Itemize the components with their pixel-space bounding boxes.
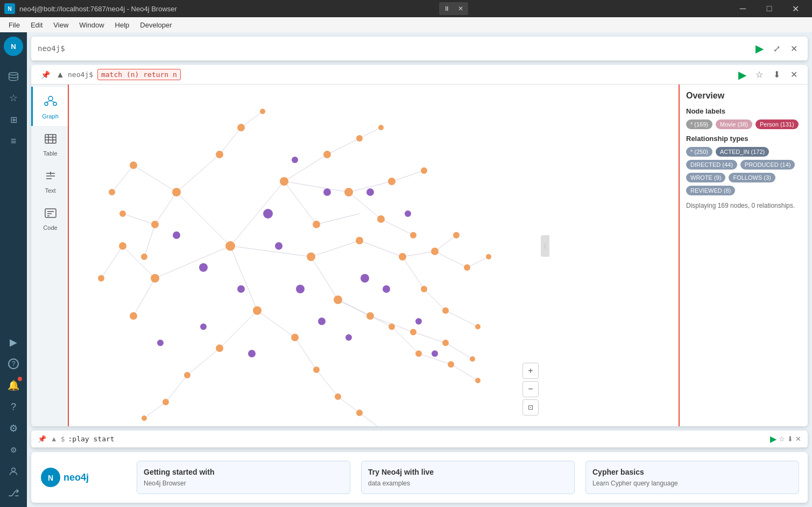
graph-node[interactable]: [361, 274, 369, 283]
graph-node[interactable]: [141, 254, 147, 260]
graph-node[interactable]: [431, 248, 439, 255]
graph-node[interactable]: [356, 410, 363, 416]
graph-node[interactable]: [275, 242, 283, 250]
node-tag-all[interactable]: * (169): [686, 119, 712, 129]
zoom-in-btn[interactable]: +: [522, 363, 539, 379]
graph-node[interactable]: [263, 209, 273, 219]
graph-node[interactable]: [389, 323, 395, 330]
rel-tag-follows[interactable]: FOLLOWS (3): [729, 173, 775, 182]
menu-help[interactable]: Help: [111, 20, 134, 30]
graph-node[interactable]: [448, 361, 454, 368]
graph-node[interactable]: [172, 188, 181, 196]
collapse-btn[interactable]: ▲: [53, 67, 68, 82]
graph-node[interactable]: [157, 340, 164, 346]
media-close-btn[interactable]: ✕: [454, 3, 467, 14]
second-download-btn[interactable]: ⬇: [787, 434, 793, 444]
tab-code[interactable]: Code: [31, 200, 68, 237]
query-input[interactable]: [69, 44, 752, 53]
graph-node[interactable]: [323, 151, 331, 158]
graph-node[interactable]: [453, 232, 460, 238]
graph-node[interactable]: [248, 350, 256, 357]
graph-node[interactable]: [98, 275, 104, 281]
graph-node[interactable]: [292, 157, 298, 163]
graph-node[interactable]: [318, 318, 326, 325]
graph-node[interactable]: [237, 124, 245, 131]
close-editor-btn[interactable]: ✕: [786, 41, 801, 56]
menu-window[interactable]: Window: [75, 20, 108, 30]
graph-node[interactable]: [345, 334, 352, 341]
zoom-out-btn[interactable]: −: [522, 381, 539, 397]
sidebar-user[interactable]: [4, 462, 23, 481]
graph-node[interactable]: [225, 241, 235, 251]
sidebar-grid[interactable]: ⊞: [4, 110, 23, 129]
second-pin-btn[interactable]: 📌: [38, 435, 46, 443]
graph-node[interactable]: [366, 188, 374, 196]
graph-node[interactable]: [151, 274, 159, 283]
sidebar-logo[interactable]: N: [4, 37, 23, 56]
rel-tag-produced[interactable]: PRODUCED (14): [740, 160, 795, 170]
graph-node[interactable]: [383, 285, 390, 293]
second-collapse-btn[interactable]: ▲: [51, 435, 58, 443]
rel-tag-acted[interactable]: ACTED_IN (172): [716, 147, 769, 157]
graph-node[interactable]: [119, 242, 126, 250]
graph-node[interactable]: [313, 367, 320, 373]
graph-node[interactable]: [199, 263, 208, 272]
graph-node[interactable]: [216, 344, 223, 352]
graph-node[interactable]: [378, 125, 384, 130]
graph-node[interactable]: [486, 254, 491, 259]
sidebar-help-circle[interactable]: ?: [4, 354, 23, 374]
media-pause-btn[interactable]: ⏸: [440, 3, 453, 14]
result-download-btn[interactable]: ⬇: [769, 67, 784, 82]
graph-node[interactable]: [464, 264, 470, 271]
graph-node[interactable]: [470, 356, 475, 362]
graph-node[interactable]: [184, 372, 190, 378]
graph-node[interactable]: [142, 416, 147, 421]
graph-node[interactable]: [399, 253, 406, 260]
maximize-btn[interactable]: □: [757, 0, 781, 17]
rel-tag-directed[interactable]: DIRECTED (44): [686, 160, 737, 170]
result-run-btn[interactable]: ▶: [735, 67, 750, 82]
graph-node[interactable]: [335, 393, 341, 400]
graph-node[interactable]: [130, 312, 137, 320]
graph-node[interactable]: [151, 221, 159, 228]
graph-node[interactable]: [253, 306, 262, 315]
graph-node[interactable]: [323, 188, 331, 196]
second-run-btn[interactable]: ▶: [770, 434, 776, 444]
sidebar-bell[interactable]: 🔔: [4, 376, 23, 395]
menu-file[interactable]: File: [4, 20, 24, 30]
sidebar-play[interactable]: ▶: [4, 333, 23, 352]
node-tag-person[interactable]: Person (131): [755, 119, 799, 129]
graph-node[interactable]: [344, 188, 353, 196]
graph-node[interactable]: [415, 350, 422, 357]
graph-node[interactable]: [200, 323, 207, 330]
graph-node[interactable]: [119, 210, 126, 217]
graph-node[interactable]: [388, 178, 396, 185]
second-close-btn[interactable]: ✕: [795, 434, 801, 444]
graph-node[interactable]: [410, 329, 416, 335]
pin-btn[interactable]: 📌: [38, 67, 53, 82]
graph-node[interactable]: [475, 324, 481, 329]
graph-node[interactable]: [442, 307, 449, 314]
graph-node[interactable]: [291, 334, 299, 341]
graph-node[interactable]: [356, 237, 363, 244]
graph-node[interactable]: [442, 340, 449, 346]
node-tag-movie[interactable]: Movie (38): [716, 119, 752, 129]
graph-node[interactable]: [356, 135, 363, 142]
sidebar-settings[interactable]: ⚙: [4, 419, 23, 438]
menu-edit[interactable]: Edit: [26, 20, 47, 30]
graph-node[interactable]: [410, 232, 416, 238]
second-star-btn[interactable]: ☆: [779, 434, 785, 444]
zoom-fit-btn[interactable]: ⊡: [522, 399, 539, 416]
rel-tag-reviewed[interactable]: REVIEWED (8): [686, 186, 735, 195]
sidebar-branch[interactable]: ⎇: [4, 483, 23, 503]
graph-node[interactable]: [415, 318, 422, 325]
result-star-btn[interactable]: ☆: [752, 67, 767, 82]
graph-node[interactable]: [163, 399, 169, 405]
graph-node[interactable]: [296, 285, 305, 293]
graph-node[interactable]: [237, 285, 245, 293]
menu-developer[interactable]: Developer: [136, 20, 176, 30]
run-query-btn[interactable]: ▶: [752, 41, 767, 56]
graph-node[interactable]: [307, 252, 315, 261]
graph-node[interactable]: [421, 167, 427, 174]
sidebar-star[interactable]: ☆: [4, 88, 23, 108]
